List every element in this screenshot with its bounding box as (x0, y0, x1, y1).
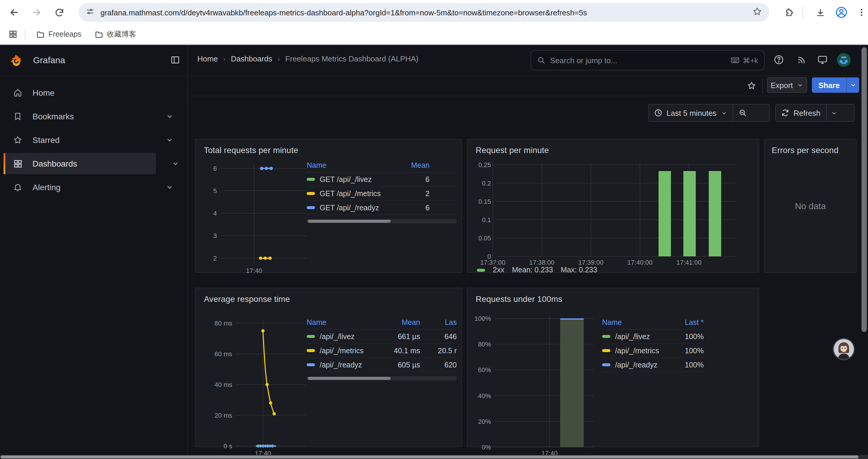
sidebar-collapse-icon[interactable] (170, 55, 180, 67)
legend-col-name[interactable]: Name (307, 318, 386, 326)
forward-icon[interactable] (30, 5, 44, 20)
legend-row[interactable]: GET /api/_/readyz6 (307, 201, 457, 215)
total-requests-chart[interactable]: 6543217:40 (202, 160, 309, 273)
svg-text:0 s: 0 s (224, 442, 232, 450)
chevron-down-icon[interactable] (165, 136, 174, 146)
refresh-button[interactable]: Refresh (776, 104, 826, 121)
sidebar-item-label: Starred (32, 135, 60, 145)
back-icon[interactable] (7, 5, 21, 20)
legend-col-las[interactable]: Las (420, 318, 457, 326)
legend-scrollbar[interactable] (307, 376, 457, 381)
panel-request-per-minute[interactable]: Request per minute 0.250.20.150.10.05017… (467, 139, 759, 273)
grafana-logo[interactable] (9, 54, 23, 69)
legend-row[interactable]: /api/_/livez100% (602, 330, 704, 344)
export-button[interactable]: Export (767, 77, 807, 93)
extensions-icon[interactable] (782, 5, 796, 20)
sidebar-item-home[interactable]: Home (4, 82, 183, 103)
url-bar[interactable] (79, 3, 769, 22)
legend-row[interactable]: GET /api/_/metrics2 (307, 187, 457, 201)
sidebar-item-bookmarks[interactable]: Bookmarks (4, 106, 183, 127)
url-input[interactable] (100, 8, 752, 17)
breadcrumb-separator: › (278, 55, 280, 63)
search-input[interactable] (550, 56, 730, 65)
search-box[interactable]: ⌘+k (531, 50, 765, 70)
bookmark-label: 收藏博客 (107, 29, 136, 39)
bookmark-star-icon[interactable] (752, 6, 762, 19)
series-value: 6 (399, 203, 430, 212)
legend-row[interactable]: GET /api/_/livez6 (307, 172, 457, 187)
vertical-scrollbar[interactable] (862, 46, 867, 455)
average-response-time-chart[interactable]: 80 ms60 ms40 ms20 ms0 s17:40 (202, 306, 308, 458)
bookmarks-bar: Freeleaps 收藏博客 (0, 25, 868, 44)
panel-errors-per-second[interactable]: Errors per second No data (764, 139, 857, 273)
legend-row[interactable]: /api/_/metrics40.1 ms20.5 r (307, 344, 457, 358)
scrollbar-thumb[interactable] (308, 377, 390, 380)
series-name: /api/_/metrics (615, 347, 659, 355)
sidebar-item-label: Bookmarks (32, 112, 74, 121)
series-value: 100% (674, 332, 704, 340)
scrollbar-thumb[interactable] (1, 455, 859, 458)
profile-icon[interactable] (834, 5, 848, 20)
panel-title[interactable]: Total requests per minute (204, 145, 298, 155)
legend-row[interactable]: /api/_/metrics100% (602, 344, 704, 358)
news-rss-icon[interactable] (794, 53, 808, 67)
panel-title[interactable]: Requests under 100ms (476, 294, 562, 304)
panel-average-response-time[interactable]: Average response time 80 ms60 ms40 ms20 … (195, 288, 462, 447)
breadcrumb-dashboards[interactable]: Dashboards (231, 54, 272, 63)
help-icon[interactable] (772, 53, 786, 67)
series-color-pill (307, 206, 315, 209)
user-avatar[interactable] (837, 53, 851, 67)
reload-icon[interactable] (52, 5, 66, 20)
refresh-interval-button[interactable] (826, 104, 841, 121)
series-color-pill (602, 335, 610, 338)
favorite-star-icon[interactable] (745, 78, 759, 93)
sidebar-item-alerting[interactable]: Alerting (4, 177, 183, 198)
chevron-down-icon[interactable] (172, 160, 180, 170)
share-menu-button[interactable] (846, 77, 859, 93)
legend-row[interactable]: 2xxMean: 0.233Max: 0.233 (477, 266, 597, 274)
panel-requests-under-100ms[interactable]: Requests under 100ms 100%80%60%40%20%0%1… (467, 288, 759, 447)
scrollbar-thumb[interactable] (862, 47, 867, 332)
site-settings-icon[interactable] (86, 7, 95, 18)
svg-text:17:40:00: 17:40:00 (627, 259, 653, 266)
legend-col-mean[interactable]: Mean (386, 318, 420, 326)
legend-col-name[interactable]: Name (602, 318, 674, 326)
chevron-down-icon[interactable] (165, 183, 174, 193)
panel-title[interactable]: Errors per second (772, 145, 838, 155)
share-button[interactable]: Share (812, 77, 846, 93)
monitor-icon[interactable] (815, 53, 830, 67)
horizontal-scrollbar[interactable] (0, 455, 868, 459)
bookmark-folder-blog[interactable]: 收藏博客 (90, 27, 141, 42)
sidebar-item-dashboards[interactable]: Dashboards (4, 153, 156, 174)
bookmark-label: Freeleaps (49, 30, 81, 38)
panel-total-requests-per-minute[interactable]: Total requests per minute 6543217:40 Nam… (195, 139, 462, 273)
legend-row[interactable]: /api/_/readyz100% (602, 358, 704, 372)
sidebar-item-starred[interactable]: Starred (4, 129, 183, 151)
svg-text:60%: 60% (478, 366, 491, 374)
floating-assistant-avatar[interactable] (834, 339, 854, 359)
browser-menu-icon[interactable] (855, 5, 868, 20)
scrollbar-thumb[interactable] (308, 220, 390, 223)
legend-col-last[interactable]: Last * (674, 318, 704, 326)
breadcrumb-home[interactable]: Home (197, 54, 218, 63)
legend-row[interactable]: /api/_/readyz605 µs620 (307, 358, 457, 372)
time-range-picker[interactable]: Last 5 minutes (649, 104, 733, 121)
download-icon[interactable] (813, 5, 827, 20)
panel-title[interactable]: Average response time (204, 294, 290, 304)
legend-row[interactable]: /api/_/livez661 µs646 (307, 330, 457, 344)
zoom-out-button[interactable] (733, 104, 752, 121)
toolbar-separator (762, 78, 763, 93)
series-value: 605 µs (386, 361, 420, 369)
time-range-label: Last 5 minutes (666, 108, 716, 117)
breadcrumb-current: Freeleaps Metrics Dashboard (ALPHA) (285, 54, 418, 63)
bookmark-folder-freeleaps[interactable]: Freeleaps (31, 28, 86, 41)
legend-col-name[interactable]: Name (307, 161, 399, 169)
panel-title[interactable]: Request per minute (476, 145, 549, 155)
series-name: 2xx (493, 266, 504, 274)
chevron-down-icon[interactable] (165, 112, 174, 122)
legend-scrollbar[interactable] (307, 219, 457, 223)
request-per-minute-chart[interactable]: 0.250.20.150.10.05017:37:0017:38:0017:39… (472, 161, 755, 270)
apps-grid-icon[interactable] (8, 30, 18, 39)
bell-icon (13, 183, 23, 192)
legend-col-mean[interactable]: Mean (399, 161, 430, 169)
